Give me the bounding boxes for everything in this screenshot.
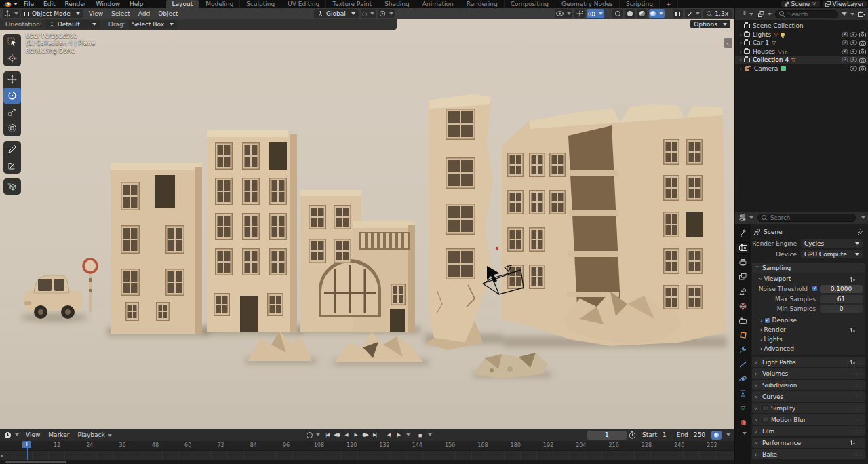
blender-logo-icon[interactable]: [0, 0, 14, 8]
add-workspace-button[interactable]: +: [660, 0, 678, 8]
tab-constraints[interactable]: [736, 389, 749, 399]
tab-output[interactable]: [736, 257, 749, 267]
workspace-tab[interactable]: Shading: [378, 0, 416, 8]
tab-material[interactable]: [736, 418, 749, 428]
expand-arrow-icon[interactable]: ›: [738, 39, 744, 46]
playback-sync-button[interactable]: [711, 431, 722, 440]
topbar-menu-item[interactable]: Render: [60, 0, 92, 8]
hide-eye-icon[interactable]: [850, 49, 857, 54]
tab-object-data[interactable]: ▽: [736, 403, 749, 413]
hide-eye-icon[interactable]: [850, 32, 857, 37]
tab-modifiers[interactable]: [736, 345, 749, 355]
hide-eye-icon[interactable]: [850, 40, 857, 45]
workspace-tab[interactable]: Layout: [166, 0, 200, 8]
sampling-panel-header[interactable]: › Sampling ::::: [752, 263, 865, 273]
timeline-scrollbar-thumb[interactable]: [5, 461, 66, 463]
panel-drag-dots[interactable]: ::::: [854, 383, 863, 388]
properties-search-input[interactable]: [770, 214, 852, 221]
hide-eye-icon[interactable]: [850, 57, 857, 62]
tab-collection[interactable]: [736, 315, 749, 326]
pin-icon[interactable]: [856, 229, 863, 235]
noise-threshold-checkbox[interactable]: [812, 286, 818, 292]
workspace-tab[interactable]: Sculpting: [240, 0, 281, 8]
annotate-tool[interactable]: [3, 141, 21, 157]
panel-drag-dots[interactable]: ::::: [854, 452, 863, 457]
denoise-subpanel-header[interactable]: › Denoise: [752, 315, 865, 325]
show-gizmo-button[interactable]: [574, 9, 585, 18]
disable-in-renders-icon[interactable]: [859, 48, 866, 54]
exclude-checkbox[interactable]: ✓: [842, 49, 848, 54]
max-samples-field[interactable]: 61: [820, 295, 863, 303]
expand-arrow-icon[interactable]: ›: [738, 31, 744, 38]
properties-section[interactable]: › Subdivision ::::: [752, 380, 865, 390]
outliner-row[interactable]: › Collection 4 ▽ ✓: [735, 56, 868, 64]
panel-drag-dots[interactable]: ::::: [854, 429, 863, 434]
shading-material-button[interactable]: [637, 9, 647, 18]
exclude-checkbox[interactable]: ✓: [842, 40, 848, 45]
noise-threshold-field[interactable]: 0.1000: [820, 285, 863, 293]
pause-render-button[interactable]: [673, 9, 683, 18]
transport-button[interactable]: ▶: [351, 431, 360, 440]
track-expand-arrow[interactable]: ▸: [1, 452, 3, 459]
outliner-row[interactable]: › Lights ▽ ✓: [735, 31, 868, 39]
road-sign[interactable]: [83, 259, 97, 312]
expand-arrow-icon[interactable]: ›: [738, 56, 744, 63]
sync-options-chevron[interactable]: [726, 433, 730, 436]
exclude-checkbox[interactable]: ✓: [842, 57, 848, 62]
orientation-setting-dropdown[interactable]: Default: [45, 20, 100, 29]
auto-keying-button[interactable]: [305, 431, 321, 440]
properties-section[interactable]: › Curves ::::: [752, 391, 865, 402]
workspace-tab[interactable]: UV Editing: [281, 0, 326, 8]
outliner-search[interactable]: [775, 10, 838, 18]
proportional-editing-button[interactable]: [378, 9, 395, 18]
hide-eye-icon[interactable]: [850, 66, 857, 71]
visibility-dropdown[interactable]: [555, 9, 572, 18]
scene-selector[interactable]: Scene ✕: [781, 1, 820, 7]
outliner-row[interactable]: › Houses ▽ 10 ✓: [735, 47, 868, 56]
viewport-menu-item[interactable]: Select: [107, 10, 134, 17]
transport-button[interactable]: ◀●: [332, 431, 341, 440]
properties-editor-type-button[interactable]: [738, 214, 755, 223]
topbar-menu-item[interactable]: Help: [125, 0, 149, 8]
workspace-tab[interactable]: Geometry Nodes: [555, 0, 620, 8]
advanced-subpanel-header[interactable]: › Advanced: [752, 344, 865, 353]
tab-view-layer[interactable]: [736, 272, 749, 282]
start-frame-field[interactable]: Start 1: [638, 431, 671, 440]
tabs-overflow-chevron[interactable]: [743, 432, 747, 435]
cursor-tool[interactable]: [3, 50, 21, 66]
timeline-scrollbar[interactable]: [0, 460, 734, 464]
properties-section[interactable]: › Film ::::: [752, 426, 865, 436]
add-cube-tool[interactable]: [3, 178, 21, 195]
playhead-frame-label[interactable]: 1: [22, 441, 31, 448]
step-forward-button[interactable]: |▶: [394, 431, 403, 440]
preset-icon[interactable]: [850, 327, 856, 333]
panel-drag-dots[interactable]: ::::: [854, 360, 863, 365]
scene-unlink-icon[interactable]: ✕: [812, 1, 817, 7]
3d-viewport-scene[interactable]: [0, 8, 734, 429]
snap-dropdown[interactable]: Ω: [361, 9, 376, 18]
render-engine-dropdown[interactable]: Cycles: [801, 239, 863, 248]
panel-drag-dots[interactable]: ::::: [854, 417, 863, 423]
properties-section[interactable]: › Simplify ::::: [752, 403, 865, 413]
render-subpanel-header[interactable]: › Render: [752, 325, 865, 334]
select-box-tool[interactable]: [3, 34, 21, 50]
workspace-tab[interactable]: Modeling: [199, 0, 240, 8]
panel-drag-dots[interactable]: ::::: [854, 406, 863, 411]
section-checkbox[interactable]: [762, 417, 768, 423]
transport-button[interactable]: ▶|: [370, 431, 379, 440]
timeline-editor-type-button[interactable]: [3, 431, 20, 440]
min-samples-field[interactable]: 0: [820, 305, 863, 313]
transform-tool[interactable]: [3, 120, 21, 136]
disable-in-renders-icon[interactable]: [859, 31, 866, 37]
viewlayer-selector[interactable]: ViewLayer: [823, 1, 867, 7]
disable-in-renders-icon[interactable]: [859, 40, 866, 46]
lights-subpanel-header[interactable]: › Lights: [752, 334, 865, 344]
topbar-menu-item[interactable]: Edit: [39, 0, 60, 8]
expand-arrow-icon[interactable]: ›: [738, 65, 744, 72]
exclude-checkbox[interactable]: ✓: [842, 32, 848, 37]
transport-button[interactable]: ◀: [342, 431, 351, 440]
outliner-editor-type-button[interactable]: [738, 9, 755, 18]
preset-icon[interactable]: [850, 276, 856, 282]
drag-setting-dropdown[interactable]: Select Box: [129, 20, 177, 29]
current-frame-field[interactable]: 1: [587, 431, 627, 440]
